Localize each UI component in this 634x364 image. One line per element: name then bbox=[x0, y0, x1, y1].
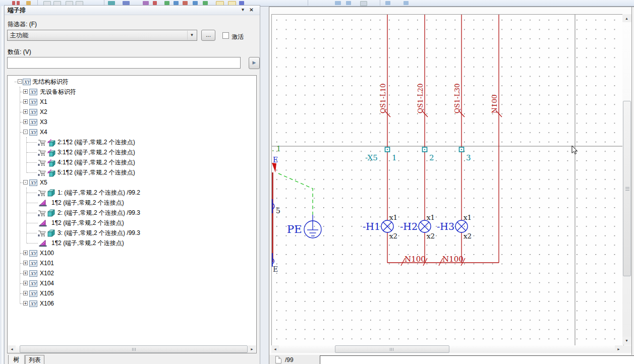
xy-structure-icon: XY bbox=[29, 300, 37, 310]
expand-icon[interactable]: + bbox=[23, 119, 28, 124]
tree-item-label: 4:1¶2 (端子,常规,2 个连接点) bbox=[57, 157, 135, 167]
expand-icon[interactable]: + bbox=[23, 99, 28, 104]
panel-close-icon[interactable]: ✕ bbox=[248, 6, 255, 14]
expand-icon[interactable]: + bbox=[23, 251, 28, 255]
expand-icon[interactable]: + bbox=[23, 109, 28, 114]
page-tab-bar: /99 bbox=[269, 355, 634, 364]
terminal-point-dot bbox=[424, 149, 425, 150]
terminal-strip-label: -X5 bbox=[365, 153, 378, 162]
tree-item[interactable]: +XYX1 bbox=[8, 97, 256, 107]
chevron-down-icon[interactable]: ▼ bbox=[187, 31, 196, 40]
tree-item-label: 1¶2 (端子,常规,2 个连接点) bbox=[51, 238, 124, 248]
tree-item-label: X100 bbox=[40, 248, 54, 258]
horizontal-scrollbar[interactable]: ◄ ► bbox=[271, 345, 622, 353]
panel-menu-icon[interactable]: ▾ bbox=[239, 6, 247, 14]
tree-item[interactable]: 5:1¶2 (端子,常规,2 个连接点) bbox=[8, 167, 256, 177]
toolbar-icon-fragment bbox=[239, 1, 244, 5]
active-checkbox[interactable] bbox=[222, 32, 229, 39]
tree-item-label: X1 bbox=[40, 97, 47, 107]
tree-item[interactable]: -XYX4 bbox=[8, 127, 256, 137]
tree-item[interactable]: +XY无设备标识符 bbox=[8, 87, 256, 97]
tree-item-label: X102 bbox=[40, 268, 54, 278]
tree-item[interactable]: +XYX100 bbox=[8, 248, 256, 258]
tree-item[interactable]: +XYX101 bbox=[8, 258, 256, 268]
tree-item[interactable]: 1: (端子,常规,2 个连接点) /99.2 bbox=[8, 188, 256, 198]
tab-list[interactable]: 列表 bbox=[25, 355, 44, 364]
tree-item[interactable]: 1¶2 (端子,常规,2 个连接点) bbox=[8, 218, 256, 228]
tree-item-label: X104 bbox=[40, 278, 54, 288]
value-label: 数值: (V) bbox=[8, 48, 31, 56]
toolbar-icon-fragment bbox=[143, 1, 149, 5]
clipped-text-fragment: E bbox=[273, 265, 278, 273]
scroll-left-icon[interactable]: ◄ bbox=[271, 345, 279, 353]
schematic-viewport: QS1-L10QS1-L20QS1-L30N100N100N100-X5123-… bbox=[269, 7, 634, 364]
apply-filter-button[interactable]: ▶ bbox=[249, 57, 260, 69]
tree-item[interactable]: 2: (端子,常规,2 个连接点) /99.3 bbox=[8, 208, 256, 218]
tree-item[interactable]: +XYX106 bbox=[8, 298, 256, 309]
browse-button[interactable]: ... bbox=[201, 30, 215, 41]
value-input[interactable] bbox=[7, 57, 241, 69]
terminal-point-dot bbox=[387, 149, 388, 150]
tree-guide-line bbox=[26, 188, 27, 243]
net-label: N100 bbox=[442, 255, 464, 264]
page-tab[interactable]: /99 bbox=[270, 355, 294, 364]
device-tag: -H1 bbox=[363, 221, 380, 232]
potential-label: QS1-L10 bbox=[379, 83, 387, 113]
scrollbar-thumb[interactable] bbox=[623, 101, 631, 276]
expand-icon[interactable]: + bbox=[23, 89, 28, 94]
scrollbar-thumb[interactable] bbox=[20, 345, 248, 353]
scrollbar-thumb[interactable] bbox=[335, 345, 449, 353]
pin-label: x1 bbox=[464, 213, 472, 221]
expand-icon[interactable]: + bbox=[23, 271, 28, 275]
tree-item[interactable]: +XYX105 bbox=[8, 288, 256, 298]
tree-guide-line bbox=[26, 137, 27, 172]
tree-item[interactable]: +XYX2 bbox=[8, 107, 256, 117]
clipped-text-fragment: E bbox=[273, 156, 278, 164]
collapse-icon[interactable]: - bbox=[23, 180, 28, 185]
filter-combobox[interactable]: 主功能 ▼ bbox=[7, 30, 197, 41]
tree-item[interactable]: 3: (端子,常规,2 个连接点) /99.3 bbox=[8, 228, 256, 238]
tree-item[interactable]: -XY无结构标识符 bbox=[8, 77, 256, 87]
tree-item-label: 5:1¶2 (端子,常规,2 个连接点) bbox=[57, 167, 135, 177]
page-tab-label: /99 bbox=[285, 356, 294, 363]
tree-item[interactable]: 1¶2 (端子,常规,2 个连接点) bbox=[8, 238, 256, 248]
panel-title-bar[interactable]: 端子排 ▾ ✕ bbox=[5, 6, 260, 15]
toolbar-icon-fragment bbox=[183, 1, 188, 5]
scroll-right-icon[interactable]: ► bbox=[248, 345, 256, 353]
scroll-right-icon[interactable]: ► bbox=[615, 345, 622, 353]
scroll-up-icon[interactable]: ▲ bbox=[623, 15, 630, 22]
tree-item-label: 2:1¶2 (端子,常规,2 个连接点) bbox=[57, 137, 135, 147]
toolbar-icon-fragment bbox=[193, 1, 198, 5]
scroll-left-icon[interactable]: ◄ bbox=[8, 345, 16, 353]
tree-item[interactable]: 3:1¶2 (端子,常规,2 个连接点) bbox=[8, 147, 256, 157]
toolbar-icon-fragment bbox=[174, 1, 179, 5]
expand-icon[interactable]: + bbox=[23, 281, 28, 285]
toolbar-icon-fragment bbox=[153, 1, 157, 5]
tree-item[interactable]: 2:1¶2 (端子,常规,2 个连接点) bbox=[8, 137, 256, 147]
tree-item[interactable]: 4:1¶2 (端子,常规,2 个连接点) bbox=[8, 157, 256, 167]
collapse-icon[interactable]: - bbox=[18, 79, 22, 84]
filter-label: 筛选器: (F) bbox=[8, 20, 37, 29]
tree-item[interactable]: +XYX104 bbox=[8, 278, 256, 288]
expand-icon[interactable]: + bbox=[23, 261, 28, 265]
tree-item[interactable]: +XYX102 bbox=[8, 268, 256, 278]
tree-item-label: 3: (端子,常规,2 个连接点) /99.3 bbox=[57, 228, 140, 238]
collapse-icon[interactable]: - bbox=[23, 130, 28, 134]
tree-horizontal-scrollbar[interactable]: ◄ ► bbox=[8, 345, 256, 353]
tab-tree[interactable]: 树 bbox=[8, 355, 25, 364]
vertical-scrollbar[interactable]: ▲ ▼ bbox=[622, 14, 631, 345]
tree-item-label: 无设备标识符 bbox=[40, 87, 76, 97]
tree-item[interactable]: -XYX5 bbox=[8, 177, 256, 188]
pin-label: x1 bbox=[427, 213, 435, 221]
toolbar-icon-fragment bbox=[108, 1, 115, 5]
tree-item-label: X101 bbox=[40, 258, 54, 268]
pin-label: x2 bbox=[427, 232, 435, 240]
schematic-canvas[interactable]: QS1-L10QS1-L20QS1-L30N100N100N100-X5123-… bbox=[271, 14, 624, 346]
scroll-down-icon[interactable]: ▼ bbox=[623, 337, 630, 344]
tree-item-label: 无结构标识符 bbox=[32, 77, 69, 87]
tree-item[interactable]: +XYX3 bbox=[8, 117, 256, 127]
expand-icon[interactable]: + bbox=[23, 301, 28, 306]
toolbar-icon-fragment bbox=[360, 1, 367, 6]
expand-icon[interactable]: + bbox=[23, 291, 28, 295]
tree-item[interactable]: 1¶2 (端子,常规,2 个连接点) bbox=[8, 198, 256, 208]
